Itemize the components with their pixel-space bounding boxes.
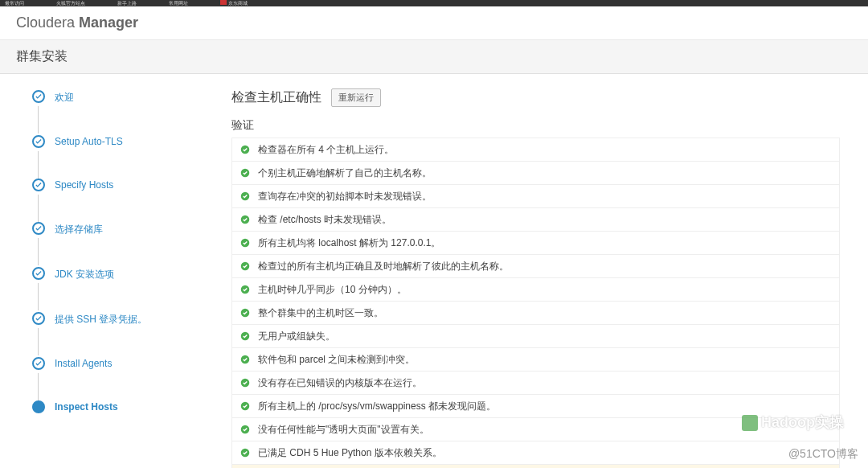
step-label: 选择存储库 xyxy=(55,222,103,236)
validation-row: 已满足 CDH 5 Hue Python 版本依赖关系。 xyxy=(231,441,840,465)
validation-text: 所有主机上的 /proc/sys/vm/swappiness 都未发现问题。 xyxy=(258,399,831,413)
step-label: Install Agents xyxy=(55,357,112,369)
check-circle-icon xyxy=(240,447,250,457)
bm-5[interactable]: 京东商城 xyxy=(220,0,248,7)
validation-text: 检查器在所有 4 个主机上运行。 xyxy=(258,142,831,157)
wizard-step-5[interactable]: 提供 SSH 登录凭据。 xyxy=(32,312,209,326)
page-title: 群集安装 xyxy=(0,40,868,74)
step-label: JDK 安装选项 xyxy=(55,267,114,281)
validation-text: 所有主机均将 localhost 解析为 127.0.0.1。 xyxy=(258,236,831,250)
validation-row: 检查 /etc/hosts 时未发现错误。 xyxy=(231,208,840,232)
validation-row: 个别主机正确地解析了自己的主机名称。 xyxy=(231,162,840,185)
validation-row: Starting with CDH 6, PostgreSQL-backed H… xyxy=(231,465,840,468)
validation-text: 软件包和 parcel 之间未检测到冲突。 xyxy=(258,352,831,367)
main-content: 检查主机正确性 重新运行 验证 检查器在所有 4 个主机上运行。个别主机正确地解… xyxy=(217,74,868,468)
check-circle-icon xyxy=(240,424,250,433)
wizard-step-6[interactable]: Install Agents xyxy=(32,357,209,370)
rerun-button[interactable]: 重新运行 xyxy=(331,88,381,107)
check-circle-icon xyxy=(240,377,250,387)
check-circle-icon xyxy=(240,354,250,363)
bm-3[interactable]: 新手上路 xyxy=(117,0,137,7)
step-label: Inspect Hosts xyxy=(55,400,118,413)
validation-row: 所有主机均将 localhost 解析为 127.0.0.1。 xyxy=(231,232,840,255)
wizard-step-0[interactable]: 欢迎 xyxy=(32,90,209,105)
validation-row: 没有任何性能与"透明大页面"设置有关。 xyxy=(231,418,840,441)
wizard-steps-sidebar: 欢迎Setup Auto-TLSSpecify Hosts选择存储库JDK 安装… xyxy=(0,74,217,468)
step-check-icon xyxy=(32,222,45,235)
wizard-step-3[interactable]: 选择存储库 xyxy=(32,222,209,236)
check-circle-icon xyxy=(240,191,250,200)
validation-row: 检查器在所有 4 个主机上运行。 xyxy=(231,138,840,162)
check-circle-icon xyxy=(240,307,250,317)
step-check-icon xyxy=(32,267,45,280)
validation-text: 个别主机正确地解析了自己的主机名称。 xyxy=(258,166,831,180)
validation-text: 没有任何性能与"透明大页面"设置有关。 xyxy=(258,422,831,437)
check-circle-icon xyxy=(240,284,250,294)
validation-row: 整个群集中的主机时区一致。 xyxy=(231,302,840,325)
check-circle-icon xyxy=(240,261,250,270)
step-check-icon xyxy=(32,312,45,325)
check-circle-icon xyxy=(240,237,250,247)
validation-row: 所有主机上的 /proc/sys/vm/swappiness 都未发现问题。 xyxy=(231,395,840,418)
brand-suffix: Manager xyxy=(79,14,138,31)
wizard-step-7[interactable]: Inspect Hosts xyxy=(32,400,209,413)
check-circle-icon xyxy=(240,330,250,340)
validation-text: 查询存在冲突的初始脚本时未发现错误。 xyxy=(258,189,831,203)
validation-row: 主机时钟几乎同步（10 分钟内）。 xyxy=(231,278,840,302)
main-heading: 检查主机正确性 xyxy=(231,89,321,106)
validation-row: 检查过的所有主机均正确且及时地解析了彼此的主机名称。 xyxy=(231,255,840,278)
step-label: Setup Auto-TLS xyxy=(55,135,123,147)
check-circle-icon xyxy=(240,144,250,154)
validation-text: 没有存在已知错误的内核版本在运行。 xyxy=(258,376,831,390)
validation-text: 无用户或组缺失。 xyxy=(258,329,831,343)
validation-row: 软件包和 parcel 之间未检测到冲突。 xyxy=(231,348,840,372)
check-circle-icon xyxy=(240,400,250,410)
validation-text: 已满足 CDH 5 Hue Python 版本依赖关系。 xyxy=(258,445,831,460)
validation-list: 检查器在所有 4 个主机上运行。个别主机正确地解析了自己的主机名称。查询存在冲突… xyxy=(231,138,840,468)
validation-text: 主机时钟几乎同步（10 分钟内）。 xyxy=(258,282,831,297)
section-title: 验证 xyxy=(231,118,840,133)
bm-1[interactable]: 最常访问 xyxy=(5,0,24,7)
validation-row: 查询存在冲突的初始脚本时未发现错误。 xyxy=(231,185,840,208)
step-check-icon xyxy=(32,135,45,148)
validation-text: 整个群集中的主机时区一致。 xyxy=(258,306,831,320)
bm-4[interactable]: 常用网址 xyxy=(169,0,188,7)
step-label: 欢迎 xyxy=(55,90,74,105)
browser-bookmarks-bar: 最常访问 火狐官方站点 新手上路 常用网址 京东商城 xyxy=(0,0,868,6)
step-label: Specify Hosts xyxy=(55,179,113,191)
brand-prefix: Cloudera xyxy=(16,14,75,31)
step-check-icon xyxy=(32,90,45,103)
validation-text: 检查 /etc/hosts 时未发现错误。 xyxy=(258,212,831,227)
step-check-icon xyxy=(32,357,45,370)
brand-header: Cloudera Manager xyxy=(0,6,868,40)
step-label: 提供 SSH 登录凭据。 xyxy=(55,312,147,326)
bm-2[interactable]: 火狐官方站点 xyxy=(56,0,85,7)
wizard-step-1[interactable]: Setup Auto-TLS xyxy=(32,135,209,148)
wizard-step-4[interactable]: JDK 安装选项 xyxy=(32,267,209,281)
wizard-step-2[interactable]: Specify Hosts xyxy=(32,179,209,191)
validation-row: 没有存在已知错误的内核版本在运行。 xyxy=(231,372,840,395)
validation-text: 检查过的所有主机均正确且及时地解析了彼此的主机名称。 xyxy=(258,259,831,273)
check-circle-icon xyxy=(240,214,250,224)
validation-row: 无用户或组缺失。 xyxy=(231,325,840,348)
step-current-icon xyxy=(32,400,45,413)
step-check-icon xyxy=(32,179,45,191)
check-circle-icon xyxy=(240,167,250,177)
